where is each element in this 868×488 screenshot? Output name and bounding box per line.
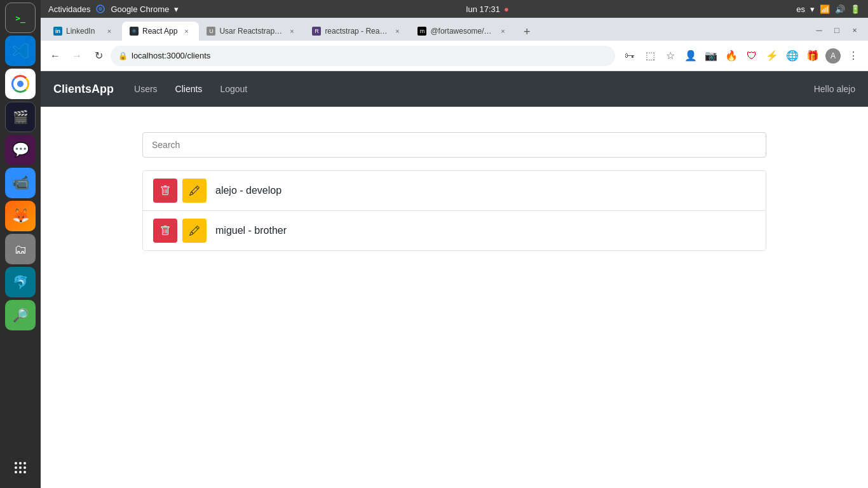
greeting: Hello alejo bbox=[814, 84, 855, 94]
key-icon-button[interactable]: 🗝 bbox=[620, 46, 639, 65]
address-bar: ← → ↻ 🔒 localhost:3000/clients 🗝 ⬚ ☆ 👤 📷… bbox=[41, 41, 868, 71]
taskbar-icon-clapper[interactable]: 🎬 bbox=[5, 102, 36, 132]
tabs-bar: in LinkedIn × ⚛ React App × U Usar React… bbox=[41, 18, 868, 41]
tab-reactstrap[interactable]: R reactstrap - React Boots… × bbox=[304, 22, 410, 41]
chrome-menu-arrow[interactable]: ▾ bbox=[174, 4, 179, 14]
activities-label[interactable]: Actividades bbox=[48, 4, 90, 14]
nav-links: Users Clients Logout bbox=[126, 80, 255, 98]
screenshot-icon-button[interactable]: ⬚ bbox=[641, 46, 660, 65]
app-navbar: ClientsApp Users Clients Logout Hello al… bbox=[41, 71, 868, 107]
sound-icon: 🔊 bbox=[835, 4, 845, 14]
os-lang[interactable]: es bbox=[796, 4, 805, 14]
tab-close-react[interactable]: × bbox=[181, 26, 191, 36]
taskbar-icon-mysql[interactable]: 🐬 bbox=[5, 267, 36, 297]
firefox-ext-button[interactable]: 🔥 bbox=[722, 46, 741, 65]
battery-icon: 🔋 bbox=[850, 4, 860, 14]
ext-button[interactable]: 🌐 bbox=[783, 46, 802, 65]
tab-linkedin[interactable]: in LinkedIn × bbox=[46, 22, 122, 41]
delete-button-1[interactable] bbox=[153, 179, 177, 203]
os-time: lun 17:31 bbox=[466, 4, 501, 14]
edit-button-1[interactable] bbox=[182, 179, 207, 203]
adblock-button[interactable]: 🛡 bbox=[742, 46, 761, 65]
app-brand[interactable]: ClientsApp bbox=[53, 83, 114, 96]
tab-label-usar: Usar Reactstrap: un fra… bbox=[219, 27, 283, 36]
tab-close-fortawesome[interactable]: × bbox=[498, 26, 508, 36]
nav-link-clients[interactable]: Clients bbox=[168, 80, 210, 98]
taskbar-icon-chrome[interactable] bbox=[5, 69, 36, 99]
page-content: alejo - develop miguel - brother bbox=[41, 107, 868, 488]
tab-label-react: React App bbox=[142, 27, 177, 36]
close-window-button[interactable]: × bbox=[846, 22, 863, 38]
tab-fortawesome[interactable]: m @fortawesome/react-f… × bbox=[410, 22, 515, 41]
taskbar-icon-slack[interactable]: 💬 bbox=[5, 135, 36, 165]
client-name-2: miguel - brother bbox=[215, 225, 287, 236]
tab-favicon-reactstrap: R bbox=[312, 27, 321, 36]
os-dot: ● bbox=[504, 4, 509, 14]
svg-point-5 bbox=[24, 466, 26, 469]
svg-point-0 bbox=[15, 462, 17, 464]
avatar-button[interactable]: A bbox=[824, 46, 843, 65]
svg-point-3 bbox=[15, 466, 17, 469]
client-name-1: alejo - develop bbox=[215, 185, 281, 196]
taskbar-left: >_ 🎬 💬 📹 🦊 🗂 🐬 🔎 bbox=[0, 0, 41, 488]
new-tab-button[interactable]: + bbox=[518, 23, 536, 41]
tab-close-linkedin[interactable]: × bbox=[104, 26, 114, 36]
taskbar-icon-zoom[interactable]: 📹 bbox=[5, 168, 36, 198]
tab-favicon-fortawesome: m bbox=[417, 27, 426, 36]
toolbar-icons: 🗝 ⬚ ☆ 👤 📷 🔥 🛡 ⚡ 🌐 🎁 A ⋮ bbox=[620, 46, 863, 65]
tab-react[interactable]: ⚛ React App × bbox=[122, 22, 199, 41]
browser: Actividades React App Google Chrome ▾ lu… bbox=[41, 0, 868, 488]
taskbar-icon-greenshot[interactable]: 🔎 bbox=[5, 300, 36, 330]
minimize-button[interactable]: ─ bbox=[811, 22, 827, 38]
tab-favicon-linkedin: in bbox=[53, 27, 62, 36]
svg-point-6 bbox=[15, 471, 17, 473]
clients-list: alejo - develop miguel - brother bbox=[142, 170, 766, 251]
svg-point-8 bbox=[24, 471, 26, 473]
tab-label-fortawesome: @fortawesome/react-f… bbox=[430, 27, 494, 36]
nav-link-logout[interactable]: Logout bbox=[212, 80, 255, 98]
svg-point-2 bbox=[24, 462, 26, 464]
wifi-icon: 📶 bbox=[820, 4, 830, 14]
tab-usar[interactable]: U Usar Reactstrap: un fra… × bbox=[199, 22, 304, 41]
tab-label-reactstrap: reactstrap - React Boots… bbox=[325, 27, 388, 36]
tab-favicon-react: ⚛ bbox=[130, 27, 139, 36]
chrome-logo bbox=[95, 4, 105, 14]
search-input[interactable] bbox=[142, 132, 766, 158]
thunder-button[interactable]: ⚡ bbox=[763, 46, 782, 65]
taskbar-icon-firefox[interactable]: 🦊 bbox=[5, 201, 36, 231]
forward-button[interactable]: → bbox=[67, 46, 86, 65]
back-button[interactable]: ← bbox=[46, 46, 65, 65]
svg-point-4 bbox=[19, 466, 22, 469]
maximize-button[interactable]: □ bbox=[829, 22, 845, 38]
edit-button-2[interactable] bbox=[182, 219, 207, 243]
svg-point-1 bbox=[19, 462, 22, 464]
chrome-app-name: Google Chrome bbox=[111, 4, 169, 14]
tab-close-usar[interactable]: × bbox=[287, 26, 297, 36]
delete-button-2[interactable] bbox=[153, 219, 177, 243]
taskbar-icon-files[interactable]: 🗂 bbox=[5, 234, 36, 264]
bookmark-button[interactable]: ☆ bbox=[661, 46, 680, 65]
address-bar-input[interactable]: 🔒 localhost:3000/clients bbox=[111, 46, 615, 66]
more-button[interactable]: ⋮ bbox=[844, 46, 863, 65]
os-lang-arrow[interactable]: ▾ bbox=[810, 4, 815, 14]
os-topbar: Actividades React App Google Chrome ▾ lu… bbox=[41, 0, 868, 18]
taskbar-icon-terminal[interactable]: >_ bbox=[5, 3, 36, 33]
account-button[interactable]: 👤 bbox=[681, 46, 700, 65]
address-text: localhost:3000/clients bbox=[132, 51, 607, 60]
tab-favicon-usar: U bbox=[207, 27, 215, 36]
tab-controls: ─ □ × bbox=[811, 22, 868, 41]
taskbar-icon-apps[interactable] bbox=[5, 452, 36, 483]
reload-button[interactable]: ↻ bbox=[89, 46, 108, 65]
nav-link-users[interactable]: Users bbox=[126, 80, 165, 98]
tab-close-reactstrap[interactable]: × bbox=[392, 26, 402, 36]
gift-button[interactable]: 🎁 bbox=[803, 46, 822, 65]
lock-icon: 🔒 bbox=[118, 51, 128, 60]
client-row: alejo - develop bbox=[143, 171, 766, 211]
camera-button[interactable]: 📷 bbox=[702, 46, 721, 65]
client-row: miguel - brother bbox=[143, 211, 766, 250]
tab-label-linkedin: LinkedIn bbox=[66, 27, 95, 36]
taskbar-icon-vscode[interactable] bbox=[5, 36, 36, 66]
svg-point-7 bbox=[19, 471, 22, 473]
